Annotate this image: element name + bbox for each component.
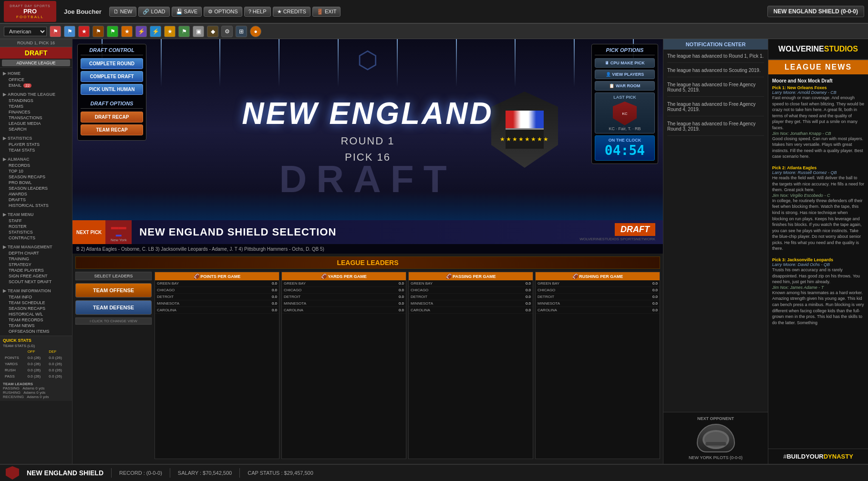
draft-options-title: DRAFT OPTIONS (81, 101, 143, 109)
top10-item[interactable]: TOP 10 (3, 168, 69, 174)
team-icon-13[interactable]: ⚙ (221, 26, 233, 37)
team-stats-item[interactable]: TEAM STATS (3, 147, 69, 153)
historical-wl-item[interactable]: HISTORICAL W/L (3, 311, 69, 317)
team-menu-section: ▶ TEAM MENU STAFF ROSTER STATISTICS CONT… (0, 210, 72, 242)
draft-recap-button[interactable]: DRAFT RECAP (81, 112, 143, 123)
team-icon-10[interactable]: ⚑ (178, 26, 190, 37)
advance-league-btn[interactable]: ADVANCE LEAGUE (2, 60, 70, 66)
team-management-label[interactable]: TEAM MANAGEMENT (8, 245, 52, 249)
training-item[interactable]: TRAINING (3, 256, 69, 262)
new-button[interactable]: 🗋 NEW (109, 7, 137, 17)
team-icon-4[interactable]: ⚑ (93, 26, 104, 37)
team-icon-2[interactable]: ⚑ (64, 26, 75, 37)
season-leaders-item[interactable]: SEASON LEADERS (3, 185, 69, 191)
exit-button[interactable]: 🚪 EXIT (312, 7, 341, 17)
ticker-next-label: NEXT PICK (72, 220, 105, 244)
ppg-header: 🏈 POINTS PER GAME (155, 272, 279, 280)
ticker-right: DRAFT WOLVERINESTUDIOS SPORTSNETWORK (579, 223, 655, 241)
ypg-val-5: 0.0 (399, 308, 404, 312)
complete-round-button[interactable]: COMPLETE ROUND (81, 58, 143, 69)
light-4 (279, 39, 279, 87)
almanac-label[interactable]: ALMANAC (8, 157, 30, 162)
teams-item[interactable]: TEAMS (3, 103, 69, 109)
status-salary: SALARY : $70,542,500 (178, 470, 232, 476)
offseason-items-item[interactable]: OFFSEASON ITEMS (3, 328, 69, 334)
team-icon-14[interactable]: ⊞ (236, 26, 247, 37)
sign-free-agent-item[interactable]: SIGN FREE AGENT (3, 273, 69, 279)
circle-icon[interactable]: ● (250, 26, 261, 37)
save-button[interactable]: 💾 SAVE (172, 7, 202, 17)
points-def: 0.0 (26) (48, 355, 68, 360)
team-icon-11[interactable]: ▣ (193, 26, 204, 37)
team-icon-6[interactable]: ★ (121, 26, 133, 37)
team-icon-7[interactable]: ⚡ (135, 26, 147, 37)
complete-draft-button[interactable]: COMPLETE DRAFT (81, 71, 143, 82)
email-item[interactable]: EMAIL 22 (3, 82, 69, 88)
team-schedule-item[interactable]: TEAM SCHEDULE (3, 300, 69, 306)
team-icon-3[interactable]: ★ (78, 26, 90, 37)
historical-stats-item[interactable]: HISTORICAL STATS (3, 203, 69, 208)
strategy-item[interactable]: STRATEGY (3, 262, 69, 267)
season-recaps-ti-item[interactable]: SEASON RECAPS (3, 306, 69, 311)
team-icon-12[interactable]: ◆ (207, 26, 218, 37)
team-icon-1[interactable]: ⚑ (50, 26, 61, 37)
team-information-label[interactable]: TEAM INFORMATION (8, 288, 51, 293)
scout-next-draft-item[interactable]: SCOUT NEXT DRAFT (3, 279, 69, 285)
team-news-item[interactable]: TEAM NEWS (3, 323, 69, 328)
awards-item[interactable]: AWARDS (3, 191, 69, 197)
trade-players-item[interactable]: TRADE PLAYERS (3, 267, 69, 273)
team-offense-button[interactable]: TEAM OFFENSE (75, 283, 152, 297)
drafts-item[interactable]: DRAFTS (3, 197, 69, 203)
depth-chart-item[interactable]: DEPTH CHART (3, 250, 69, 256)
passing-label: PASSING PER GAME (453, 274, 496, 279)
pro-bowl-item[interactable]: PRO BOWL (3, 180, 69, 185)
shield-inner: ★★★★★★★★ (491, 92, 558, 168)
war-room-button[interactable]: 📋 WAR ROOM (595, 81, 655, 91)
passing-team-3: DETROIT (411, 295, 427, 299)
rushing-label: RUSHING PER GAME (579, 274, 623, 279)
season-recaps-item[interactable]: SEASON RECAPS (3, 174, 69, 180)
team-recap-button[interactable]: TEAM RECAP (81, 124, 143, 135)
staff-item[interactable]: STAFF (3, 218, 69, 224)
contracts-item[interactable]: CONTRACTS (3, 235, 69, 241)
app-logo[interactable]: DRAFT DAY SPORTS PRO FOOTBALL (4, 1, 56, 22)
search-item[interactable]: SEARCH (3, 126, 69, 132)
rushing-row-5: CAROLINA 0.0 (536, 307, 660, 314)
team-icon-9[interactable]: ★ (164, 26, 176, 37)
team-info-item[interactable]: TEAM INFO (3, 294, 69, 300)
statistics-label[interactable]: STATISTICS (8, 136, 32, 141)
news-content[interactable]: Moore and Nox Mock Draft Pick 1: New Orl… (768, 74, 868, 449)
around-label[interactable]: AROUND THE LEAGUE (8, 92, 55, 97)
cpu-make-pick-button[interactable]: 🖥 CPU MAKE PICK (595, 58, 655, 68)
records-item[interactable]: RECORDS (3, 163, 69, 168)
league-select[interactable]: American (4, 27, 47, 36)
change-view-btn[interactable]: i CLICK TO CHANGE VIEW (75, 317, 152, 325)
finances-item[interactable]: FINANCES (3, 109, 69, 115)
statistics-tm-item[interactable]: STATISTICS (3, 229, 69, 235)
league-media-item[interactable]: LEAGUE MEDIA (3, 121, 69, 126)
help-button[interactable]: ? HELP (244, 7, 271, 17)
credits-button[interactable]: ★ CREDITS (273, 7, 310, 17)
transactions-item[interactable]: TRANSACTIONS (3, 115, 69, 121)
roster-item[interactable]: ROSTER (3, 224, 69, 229)
office-item[interactable]: OFFICE (3, 77, 69, 82)
load-button[interactable]: 🔗 LOAD (138, 7, 169, 17)
home-label[interactable]: HOME (8, 71, 21, 76)
rushing-label: RUSHING (3, 390, 21, 395)
standings-item[interactable]: STANDINGS (3, 98, 69, 103)
team-icon-5[interactable]: ⚑ (107, 26, 118, 37)
team-defense-button[interactable]: TEAM DEFENSE (75, 300, 152, 315)
rushing-val-2: 0.0 (652, 288, 658, 292)
ppg-row-3: DETROIT 0.0 (155, 294, 279, 300)
view-players-button[interactable]: 👤 VIEW PLAYERS (595, 70, 655, 79)
team-menu-label[interactable]: TEAM MENU (8, 212, 34, 217)
ypg-val-2: 0.0 (399, 288, 404, 292)
player-stats-item[interactable]: PLAYER STATS (3, 142, 69, 147)
hex-decoration: ⬡ (357, 46, 378, 74)
rushing-row-3: DETROIT 0.0 (536, 294, 660, 300)
pick-until-human-button[interactable]: PICK UNTIL HUMAN (81, 84, 143, 95)
ti-expand-icon: ▶ (3, 288, 6, 293)
team-records-item[interactable]: TEAM RECORDS (3, 317, 69, 323)
team-icon-8[interactable]: ⚡ (150, 26, 161, 37)
options-button[interactable]: ⚙ OPTIONS (204, 7, 242, 17)
